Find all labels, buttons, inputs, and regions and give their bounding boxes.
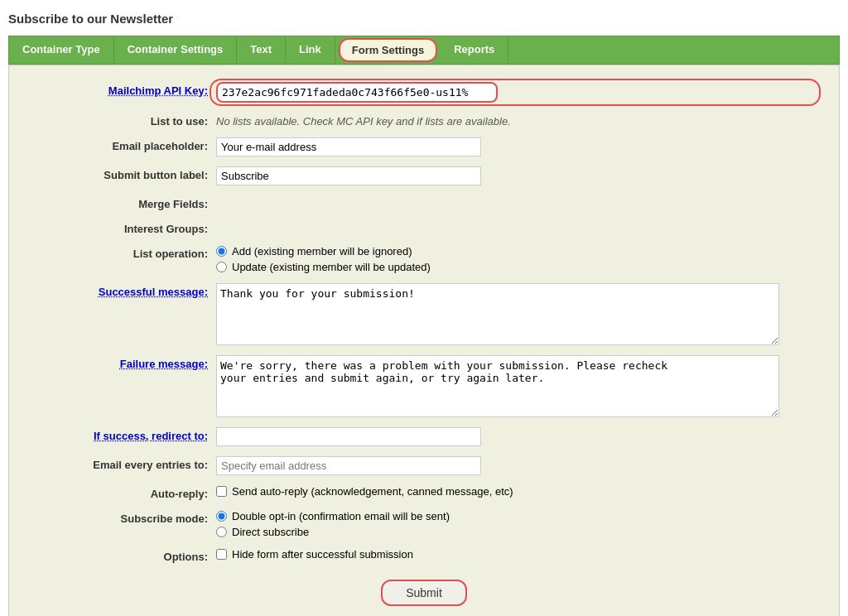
api-key-input[interactable] [216,82,498,103]
list-op-add-radio[interactable] [216,246,227,257]
options-value: Hide form after successful submission [216,548,814,561]
options-label: Options: [34,548,216,563]
auto-reply-label: Auto-reply: [34,485,216,500]
list-operation-row: List operation: Add (existing member wil… [34,245,814,273]
list-op-add-label: Add (existing member will be ignored) [232,245,412,257]
subscribe-direct-radio[interactable] [216,527,227,537]
tab-form-settings[interactable]: Form Settings [339,38,437,62]
success-msg-value: Thank you for your submission! [216,283,814,345]
subscribe-mode-radio-group: Double opt-in (confirmation email will b… [216,510,814,538]
tab-text[interactable]: Text [237,36,286,64]
list-operation-value: Add (existing member will be ignored) Up… [216,245,814,273]
auto-reply-row: Auto-reply: Send auto-reply (acknowledge… [34,485,814,500]
list-to-use-row: List to use: No lists available. Check M… [34,113,814,128]
redirect-row: If success, redirect to: [34,427,814,446]
api-key-row: Mailchimp API Key: [34,82,814,103]
submit-label-row: Submit button label: [34,166,814,185]
tab-container-settings[interactable]: Container Settings [114,36,238,64]
success-msg-label[interactable]: Successful message: [34,283,216,298]
failure-msg-textarea[interactable]: We're sorry, there was a problem with yo… [216,355,779,417]
merge-fields-label: Merge Fields: [34,195,216,210]
tab-bar: Container Type Container Settings Text L… [8,36,840,65]
list-op-update-label: Update (existing member will be updated) [232,261,431,273]
list-op-update-row[interactable]: Update (existing member will be updated) [216,261,814,273]
api-key-wrapper [216,82,814,103]
list-op-update-radio[interactable] [216,262,227,272]
no-lists-text: No lists available. Check MC API key and… [216,113,814,128]
email-placeholder-row: Email placeholder: [34,137,814,156]
merge-fields-row: Merge Fields: [34,195,814,210]
tab-link[interactable]: Link [286,36,335,64]
interest-groups-label: Interest Groups: [34,220,216,235]
options-checkbox[interactable] [216,549,227,560]
form-container: Mailchimp API Key: List to use: No lists… [8,65,840,616]
auto-reply-checkbox[interactable] [216,486,227,497]
email-entries-value [216,456,814,475]
list-to-use-value: No lists available. Check MC API key and… [216,113,814,128]
api-key-label[interactable]: Mailchimp API Key: [34,82,216,97]
failure-msg-value: We're sorry, there was a problem with yo… [216,355,814,417]
subscribe-direct-label: Direct subscribe [232,526,309,538]
submit-label-value [216,166,814,185]
interest-groups-row: Interest Groups: [34,220,814,235]
list-op-add-row[interactable]: Add (existing member will be ignored) [216,245,814,257]
options-checkbox-label: Hide form after successful submission [232,548,413,561]
subscribe-mode-label: Subscribe mode: [34,510,216,525]
email-placeholder-label: Email placeholder: [34,137,216,152]
failure-msg-label[interactable]: Failure message: [34,355,216,370]
list-operation-label: List operation: [34,245,216,260]
failure-msg-row: Failure message: We're sorry, there was … [34,355,814,417]
auto-reply-checkbox-label: Send auto-reply (acknowledgement, canned… [232,485,513,498]
submit-button[interactable]: Submit [381,580,467,606]
submit-row: Submit [34,580,814,606]
subscribe-double-optin-row[interactable]: Double opt-in (confirmation email will b… [216,510,814,522]
options-checkbox-row[interactable]: Hide form after successful submission [216,548,814,561]
redirect-label[interactable]: If success, redirect to: [34,427,216,442]
submit-label-label: Submit button label: [34,166,216,181]
email-entries-input[interactable] [216,456,481,475]
list-to-use-label: List to use: [34,113,216,128]
email-placeholder-value [216,137,814,156]
subscribe-mode-value: Double opt-in (confirmation email will b… [216,510,814,538]
auto-reply-checkbox-row[interactable]: Send auto-reply (acknowledgement, canned… [216,485,814,498]
list-operation-radio-group: Add (existing member will be ignored) Up… [216,245,814,273]
subscribe-double-optin-label: Double opt-in (confirmation email will b… [232,510,450,522]
redirect-value [216,427,814,446]
redirect-input[interactable] [216,427,481,446]
subscribe-double-optin-radio[interactable] [216,511,227,522]
page-title: Subscribe to our Newsletter [8,8,840,29]
tab-reports[interactable]: Reports [441,36,508,64]
email-entries-label: Email every entries to: [34,456,216,471]
tab-container-type[interactable]: Container Type [9,36,114,64]
email-placeholder-input[interactable] [216,137,481,156]
success-msg-textarea[interactable]: Thank you for your submission! [216,283,779,345]
subscribe-mode-row: Subscribe mode: Double opt-in (confirmat… [34,510,814,538]
api-key-value [216,82,814,103]
success-msg-row: Successful message: Thank you for your s… [34,283,814,345]
email-entries-row: Email every entries to: [34,456,814,475]
subscribe-direct-row[interactable]: Direct subscribe [216,526,814,538]
auto-reply-value: Send auto-reply (acknowledgement, canned… [216,485,814,498]
submit-label-input[interactable] [216,166,481,185]
options-row: Options: Hide form after successful subm… [34,548,814,563]
